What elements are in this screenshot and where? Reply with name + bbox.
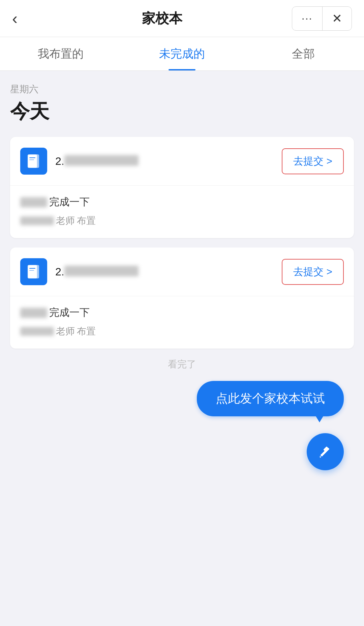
seen-label: 看完了 bbox=[168, 358, 196, 371]
submit-button-2[interactable]: 去提交 > bbox=[282, 259, 344, 285]
card-left-2: 2. bbox=[20, 258, 282, 285]
tab-incomplete[interactable]: 未完成的 bbox=[121, 37, 243, 70]
header-actions: ··· ✕ bbox=[292, 6, 352, 31]
card-body-2: 完成一下 老师 布置 bbox=[10, 296, 354, 349]
tab-active-indicator bbox=[169, 69, 195, 70]
main-content: 星期六 今天 2. 去提交 > bbox=[0, 71, 364, 482]
bottom-section: 看完了 点此发个家校本试试 bbox=[10, 358, 354, 470]
more-button[interactable]: ··· bbox=[292, 7, 322, 30]
back-button[interactable]: ‹ bbox=[12, 9, 32, 28]
tab-my-assignments[interactable]: 我布置的 bbox=[0, 37, 121, 70]
tab-all[interactable]: 全部 bbox=[243, 37, 364, 70]
card-title-1: 2. bbox=[55, 155, 282, 168]
card-top-2: 2. 去提交 > bbox=[10, 247, 354, 296]
svg-rect-7 bbox=[28, 266, 36, 278]
card-desc-2: 完成一下 bbox=[20, 306, 344, 320]
assignment-card-1: 2. 去提交 > 完成一下 老师 布置 bbox=[10, 137, 354, 238]
card-top-1: 2. 去提交 > bbox=[10, 137, 354, 186]
svg-rect-3 bbox=[29, 157, 35, 158]
svg-rect-9 bbox=[29, 270, 34, 271]
tab-bar: 我布置的 未完成的 全部 bbox=[0, 37, 364, 71]
submit-button-1[interactable]: 去提交 > bbox=[282, 148, 344, 174]
book-icon-1 bbox=[20, 148, 47, 175]
book-icon-2 bbox=[20, 258, 47, 285]
weekday-label: 星期六 bbox=[10, 83, 354, 96]
card-left-1: 2. bbox=[20, 148, 282, 175]
svg-rect-8 bbox=[29, 268, 35, 269]
close-button[interactable]: ✕ bbox=[323, 7, 352, 30]
assignment-card-2: 2. 去提交 > 完成一下 老师 布置 bbox=[10, 247, 354, 349]
card-teacher-2: 老师 布置 bbox=[20, 325, 344, 338]
card-body-1: 完成一下 老师 布置 bbox=[10, 186, 354, 238]
card-desc-1: 完成一下 bbox=[20, 195, 344, 209]
card-title-2: 2. bbox=[55, 266, 282, 278]
svg-rect-4 bbox=[29, 159, 34, 160]
page-title: 家校本 bbox=[32, 9, 292, 28]
svg-rect-2 bbox=[28, 155, 36, 167]
fab-button[interactable] bbox=[307, 433, 344, 470]
card-teacher-1: 老师 布置 bbox=[20, 214, 344, 227]
header: ‹ 家校本 ··· ✕ bbox=[0, 0, 364, 37]
cta-bubble[interactable]: 点此发个家校本试试 bbox=[197, 381, 344, 416]
day-title: 今天 bbox=[10, 98, 354, 125]
